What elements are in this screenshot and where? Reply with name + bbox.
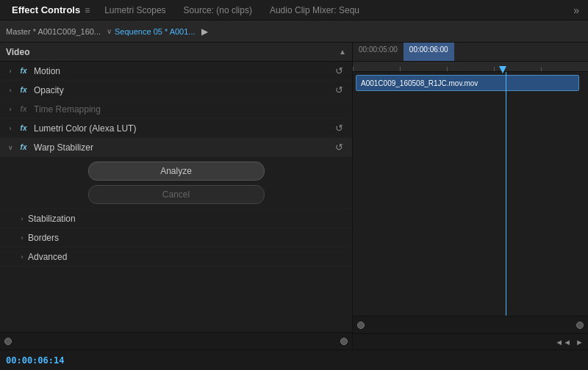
effect-row-warp-stabilizer[interactable]: ∨ fx Warp Stabilizer ↺: [0, 138, 352, 157]
video-section-header: Video ▲: [0, 43, 352, 62]
stabilization-label: Stabilization: [28, 214, 346, 224]
right-panel: 00:00:05:00 00:00:06:00 A001C009_160508_…: [353, 43, 588, 349]
analyze-button[interactable]: Analyze: [88, 162, 265, 181]
left-scroll-end[interactable]: [340, 338, 348, 345]
master-row: Master * A001C009_160... ∨ Sequence 05 *…: [0, 21, 588, 43]
motion-reset-button[interactable]: ↺: [331, 65, 346, 76]
time-remapping-fx-badge: fx: [16, 105, 31, 113]
play-to-start-icon[interactable]: ◄◄: [555, 338, 571, 347]
motion-label: Motion: [34, 66, 331, 76]
clip-block[interactable]: A001C009_160508_R1JC.mov.mov: [356, 75, 579, 91]
warp-label: Warp Stabilizer: [34, 142, 331, 153]
timeline-content[interactable]: A001C009_160508_R1JC.mov.mov: [353, 72, 588, 316]
playhead-line: [506, 72, 506, 316]
lumetri-chevron: ›: [6, 125, 15, 132]
opacity-reset-button[interactable]: ↺: [331, 84, 346, 95]
sub-effect-borders[interactable]: › Borders: [0, 228, 352, 247]
effect-row-lumetri-color[interactable]: › fx Lumetri Color (Alexa LUT) ↺: [0, 119, 352, 138]
effect-list: › fx Motion ↺ › fx Opacity ↺ › fx Time R…: [0, 62, 352, 332]
master-dropdown-chevron[interactable]: ∨: [107, 27, 112, 35]
effect-controls-label: Effect Controls: [12, 4, 80, 15]
play-button[interactable]: ▶: [201, 26, 208, 37]
warp-buttons-area: Analyze Cancel: [0, 157, 352, 208]
tab-overflow-button[interactable]: »: [570, 4, 582, 16]
cancel-button[interactable]: Cancel: [88, 185, 265, 204]
sequence-label[interactable]: Sequence 05 * A001...: [115, 27, 195, 36]
master-label: Master * A001C009_160...: [6, 27, 101, 36]
timecode-display: 00:00:06:14: [6, 355, 64, 366]
playback-controls: ◄◄ ►: [353, 333, 588, 349]
advanced-chevron: ›: [18, 253, 26, 261]
tab-source[interactable]: Source: (no clips): [175, 5, 261, 15]
left-scroll-start[interactable]: [4, 338, 12, 345]
effect-row-motion[interactable]: › fx Motion ↺: [0, 62, 352, 81]
play-icon[interactable]: ►: [576, 338, 584, 347]
motion-fx-badge: fx: [16, 67, 31, 75]
lumetri-fx-badge: fx: [16, 124, 31, 132]
tab-effect-controls[interactable]: Effect Controls ≡: [6, 4, 96, 15]
advanced-label: Advanced: [28, 252, 346, 262]
video-section-title: Video: [6, 47, 29, 57]
warp-fx-badge: fx: [16, 143, 31, 151]
time-remapping-label: Time Remapping: [34, 104, 346, 115]
scroll-up-button[interactable]: ▲: [339, 48, 346, 56]
timeline-scroll-start[interactable]: [357, 322, 365, 329]
hamburger-icon[interactable]: ≡: [85, 5, 90, 15]
opacity-label: Opacity: [34, 85, 331, 95]
bottom-bar: 00:00:06:14: [0, 349, 588, 370]
timeline-header: 00:00:05:00 00:00:06:00: [353, 43, 588, 62]
lumetri-label: Lumetri Color (Alexa LUT): [34, 123, 331, 134]
sub-effect-stabilization[interactable]: › Stabilization: [0, 209, 352, 228]
timeline-bottom-bar: [353, 316, 588, 333]
time-remapping-chevron: ›: [6, 106, 15, 113]
tab-audio-clip-mixer[interactable]: Audio Clip Mixer: Sequ: [261, 5, 368, 15]
effect-row-time-remapping[interactable]: › fx Time Remapping: [0, 100, 352, 119]
sub-effect-advanced[interactable]: › Advanced: [0, 247, 352, 266]
warp-reset-button[interactable]: ↺: [331, 142, 346, 153]
time-marker-1: 00:00:05:00: [353, 43, 404, 61]
clip-label: A001C009_160508_R1JC.mov.mov: [361, 79, 478, 87]
time-marker-2: 00:00:06:00: [404, 43, 454, 61]
tab-lumetri-scopes[interactable]: Lumetri Scopes: [96, 5, 174, 15]
left-bottom-scrollbar-area: [0, 332, 352, 349]
left-panel: Video ▲ › fx Motion ↺ › fx Opacity ↺ ›: [0, 43, 353, 349]
opacity-chevron: ›: [6, 87, 15, 94]
borders-chevron: ›: [18, 234, 26, 242]
lumetri-reset-button[interactable]: ↺: [331, 123, 346, 134]
opacity-fx-badge: fx: [16, 86, 31, 94]
motion-chevron: ›: [6, 68, 15, 75]
effect-row-opacity[interactable]: › fx Opacity ↺: [0, 81, 352, 100]
timeline-ruler[interactable]: [353, 62, 588, 72]
timeline-scroll-end[interactable]: [576, 322, 584, 329]
warp-chevron: ∨: [6, 144, 15, 151]
borders-label: Borders: [28, 233, 346, 243]
warp-stabilizer-section: ∨ fx Warp Stabilizer ↺ Analyze Cancel: [0, 138, 352, 209]
main-layout: Video ▲ › fx Motion ↺ › fx Opacity ↺ ›: [0, 43, 588, 349]
stabilization-chevron: ›: [18, 215, 26, 222]
tab-bar: Effect Controls ≡ Lumetri Scopes Source:…: [0, 0, 588, 21]
